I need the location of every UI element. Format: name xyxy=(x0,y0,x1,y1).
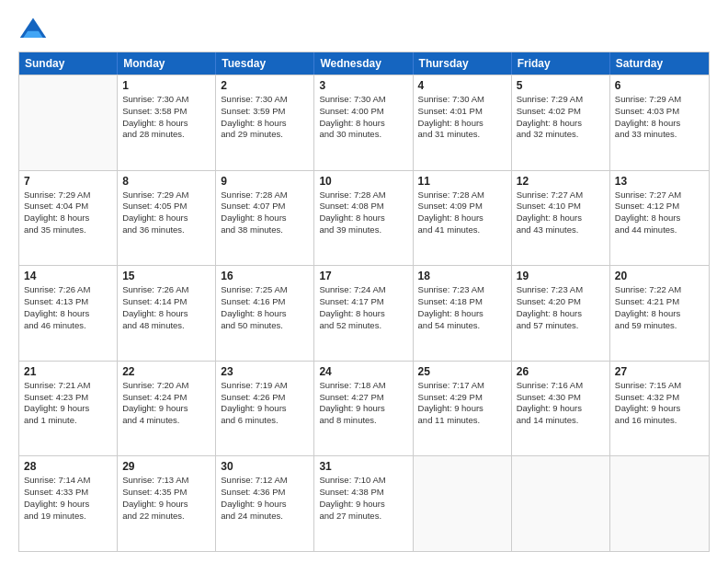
cell-line-2: Daylight: 9 hours xyxy=(221,499,309,511)
cell-line-3: and 16 minutes. xyxy=(615,415,704,427)
cal-day-31: 31Sunrise: 7:10 AMSunset: 4:38 PMDayligh… xyxy=(314,456,413,551)
cell-line-2: Daylight: 8 hours xyxy=(517,118,605,130)
cell-line-2: Daylight: 9 hours xyxy=(319,403,407,415)
cell-line-0: Sunrise: 7:10 AM xyxy=(319,475,407,487)
cell-line-1: Sunset: 4:20 PM xyxy=(517,296,605,308)
cal-empty-cell xyxy=(512,456,610,551)
cal-day-24: 24Sunrise: 7:18 AMSunset: 4:27 PMDayligh… xyxy=(314,362,413,456)
cell-line-1: Sunset: 4:38 PM xyxy=(319,487,407,499)
cell-line-2: Daylight: 8 hours xyxy=(615,213,704,224)
cell-line-0: Sunrise: 7:15 AM xyxy=(615,380,704,392)
cal-empty-cell xyxy=(19,75,118,170)
day-number: 28 xyxy=(24,460,112,473)
cell-line-1: Sunset: 4:14 PM xyxy=(122,296,210,308)
cell-line-3: and 43 minutes. xyxy=(517,224,605,236)
cal-day-21: 21Sunrise: 7:21 AMSunset: 4:23 PMDayligh… xyxy=(19,362,118,456)
cal-day-19: 19Sunrise: 7:23 AMSunset: 4:20 PMDayligh… xyxy=(512,266,610,361)
cal-day-4: 4Sunrise: 7:30 AMSunset: 4:01 PMDaylight… xyxy=(414,75,512,170)
cell-line-3: and 11 minutes. xyxy=(418,415,506,427)
cell-line-0: Sunrise: 7:26 AM xyxy=(122,284,210,296)
cell-line-1: Sunset: 4:36 PM xyxy=(221,487,309,499)
day-number: 1 xyxy=(122,79,210,92)
cal-header-friday: Friday xyxy=(512,52,610,75)
cell-line-3: and 24 minutes. xyxy=(221,511,309,523)
cell-line-2: Daylight: 8 hours xyxy=(122,118,210,130)
cal-week-3: 14Sunrise: 7:26 AMSunset: 4:13 PMDayligh… xyxy=(19,265,709,361)
day-number: 18 xyxy=(418,270,506,282)
cell-line-0: Sunrise: 7:18 AM xyxy=(319,380,407,392)
cell-line-2: Daylight: 8 hours xyxy=(319,213,407,224)
cell-line-2: Daylight: 8 hours xyxy=(615,308,704,320)
cell-line-2: Daylight: 8 hours xyxy=(122,308,210,320)
cal-header-thursday: Thursday xyxy=(414,52,512,75)
cal-day-15: 15Sunrise: 7:26 AMSunset: 4:14 PMDayligh… xyxy=(118,266,216,361)
day-number: 3 xyxy=(319,79,407,92)
cal-day-7: 7Sunrise: 7:29 AMSunset: 4:04 PMDaylight… xyxy=(19,171,118,266)
cell-line-0: Sunrise: 7:14 AM xyxy=(24,475,112,487)
cell-line-3: and 22 minutes. xyxy=(122,511,210,523)
cell-line-2: Daylight: 8 hours xyxy=(221,213,309,224)
cell-line-3: and 41 minutes. xyxy=(418,224,506,236)
cal-header-tuesday: Tuesday xyxy=(216,52,314,75)
cell-line-3: and 38 minutes. xyxy=(221,224,309,236)
cell-line-3: and 4 minutes. xyxy=(122,415,210,427)
cell-line-2: Daylight: 9 hours xyxy=(122,403,210,415)
cell-line-2: Daylight: 8 hours xyxy=(517,308,605,320)
cell-line-2: Daylight: 8 hours xyxy=(319,308,407,320)
cal-header-saturday: Saturday xyxy=(610,52,709,75)
cell-line-0: Sunrise: 7:16 AM xyxy=(517,380,605,392)
cell-line-1: Sunset: 4:30 PM xyxy=(517,392,605,404)
cal-week-5: 28Sunrise: 7:14 AMSunset: 4:33 PMDayligh… xyxy=(19,455,709,551)
cell-line-0: Sunrise: 7:23 AM xyxy=(517,284,605,296)
cal-day-3: 3Sunrise: 7:30 AMSunset: 4:00 PMDaylight… xyxy=(314,75,413,170)
cell-line-1: Sunset: 3:59 PM xyxy=(221,106,309,118)
cell-line-1: Sunset: 4:29 PM xyxy=(418,392,506,404)
cell-line-3: and 39 minutes. xyxy=(319,224,407,236)
cal-day-23: 23Sunrise: 7:19 AMSunset: 4:26 PMDayligh… xyxy=(216,362,314,456)
cell-line-0: Sunrise: 7:28 AM xyxy=(221,190,309,201)
cal-day-13: 13Sunrise: 7:27 AMSunset: 4:12 PMDayligh… xyxy=(610,171,709,266)
cell-line-0: Sunrise: 7:30 AM xyxy=(122,94,210,106)
day-number: 31 xyxy=(319,460,407,473)
cell-line-3: and 59 minutes. xyxy=(615,320,704,332)
day-number: 4 xyxy=(418,79,506,92)
cell-line-2: Daylight: 8 hours xyxy=(24,308,112,320)
cell-line-1: Sunset: 4:24 PM xyxy=(122,392,210,404)
cell-line-2: Daylight: 8 hours xyxy=(122,213,210,224)
day-number: 25 xyxy=(418,365,506,378)
cell-line-1: Sunset: 4:35 PM xyxy=(122,487,210,499)
cell-line-3: and 35 minutes. xyxy=(24,224,112,236)
cal-day-29: 29Sunrise: 7:13 AMSunset: 4:35 PMDayligh… xyxy=(118,456,216,551)
cal-day-16: 16Sunrise: 7:25 AMSunset: 4:16 PMDayligh… xyxy=(216,266,314,361)
cell-line-1: Sunset: 4:12 PM xyxy=(615,201,704,213)
day-number: 12 xyxy=(517,175,605,188)
cell-line-0: Sunrise: 7:13 AM xyxy=(122,475,210,487)
cell-line-0: Sunrise: 7:29 AM xyxy=(517,94,605,106)
cell-line-1: Sunset: 4:18 PM xyxy=(418,296,506,308)
day-number: 24 xyxy=(319,365,407,378)
cell-line-1: Sunset: 3:58 PM xyxy=(122,106,210,118)
cal-day-2: 2Sunrise: 7:30 AMSunset: 3:59 PMDaylight… xyxy=(216,75,314,170)
cell-line-3: and 44 minutes. xyxy=(615,224,704,236)
cell-line-3: and 1 minute. xyxy=(24,415,112,427)
cell-line-0: Sunrise: 7:22 AM xyxy=(615,284,704,296)
cell-line-3: and 31 minutes. xyxy=(418,129,506,141)
cell-line-2: Daylight: 8 hours xyxy=(24,213,112,224)
cal-day-22: 22Sunrise: 7:20 AMSunset: 4:24 PMDayligh… xyxy=(118,362,216,456)
cell-line-2: Daylight: 9 hours xyxy=(615,403,704,415)
cal-week-2: 7Sunrise: 7:29 AMSunset: 4:04 PMDaylight… xyxy=(19,170,709,266)
cell-line-3: and 30 minutes. xyxy=(319,129,407,141)
cell-line-2: Daylight: 9 hours xyxy=(24,499,112,511)
cell-line-3: and 27 minutes. xyxy=(319,511,407,523)
cell-line-0: Sunrise: 7:30 AM xyxy=(221,94,309,106)
cell-line-2: Daylight: 9 hours xyxy=(24,403,112,415)
calendar-header-row: SundayMondayTuesdayWednesdayThursdayFrid… xyxy=(19,52,709,75)
cell-line-1: Sunset: 4:08 PM xyxy=(319,201,407,213)
logo xyxy=(18,15,51,44)
cell-line-0: Sunrise: 7:24 AM xyxy=(319,284,407,296)
cell-line-2: Daylight: 9 hours xyxy=(221,403,309,415)
cal-day-1: 1Sunrise: 7:30 AMSunset: 3:58 PMDaylight… xyxy=(118,75,216,170)
cal-day-30: 30Sunrise: 7:12 AMSunset: 4:36 PMDayligh… xyxy=(216,456,314,551)
day-number: 8 xyxy=(122,175,210,188)
calendar: SundayMondayTuesdayWednesdayThursdayFrid… xyxy=(18,52,710,552)
